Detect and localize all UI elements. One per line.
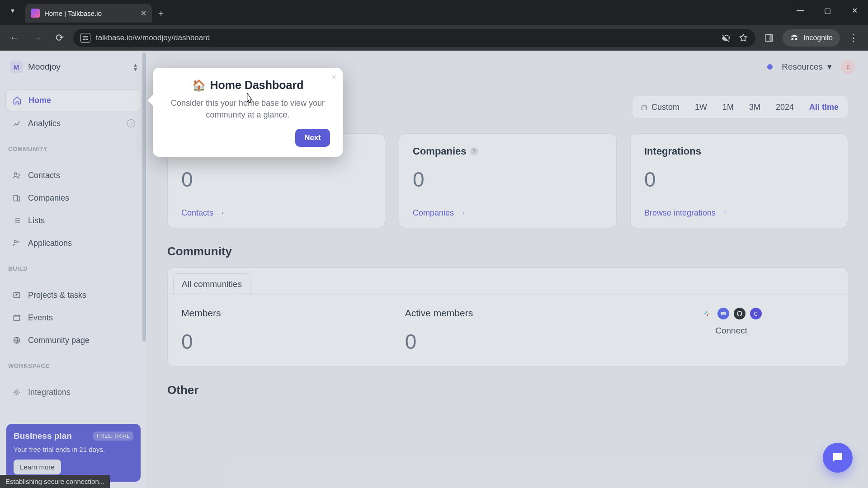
metric-members-label: Members [181,308,387,319]
sidebar-item-home[interactable]: Home [5,89,142,111]
help-icon[interactable]: ? [470,147,478,155]
trial-subtitle: Your free trial ends in 21 days. [14,446,133,453]
workspace-switcher[interactable]: M Moodjoy ▴▾ [5,57,142,77]
svg-rect-10 [642,106,647,110]
connect-button[interactable]: Connect [715,326,747,336]
sidebar-item-label: Companies [28,193,69,203]
sidebar-section-community: COMMUNITY [8,145,139,152]
sidebar: M Moodjoy ▴▾ Home Analytics i COMMUNITY [0,51,147,488]
sidebar-item-label: Community page [28,336,90,345]
svg-rect-13 [708,314,710,314]
chat-fab-button[interactable] [823,443,853,473]
browser-status-text: Establishing secure connection... [0,475,110,488]
metric-members-value: 0 [181,329,387,354]
nav-forward-button[interactable]: → [28,29,46,47]
new-tab-button[interactable]: ＋ [152,4,170,23]
sidebar-item-label: Contacts [28,171,60,180]
stat-link-label: Browse integrations [644,208,716,218]
filter-custom[interactable]: Custom [634,98,687,117]
nav-back-button[interactable]: ← [5,29,24,47]
stat-value: 0 [644,167,834,192]
bookmark-star-icon[interactable] [738,33,748,43]
sidebar-item-projects[interactable]: Projects & tasks [5,285,142,305]
svg-rect-1 [769,35,773,42]
trial-learn-more-button[interactable]: Learn more [14,460,61,474]
sidebar-item-analytics[interactable]: Analytics i [5,113,142,134]
slack-icon [701,308,713,319]
svg-rect-12 [706,311,707,313]
sidebar-item-applications[interactable]: Applications [5,233,142,253]
sidebar-item-label: Analytics [28,119,61,128]
stat-link-integrations[interactable]: Browse integrations→ [644,200,834,218]
workspace-name: Moodjoy [28,62,61,72]
workspace-avatar: M [10,61,23,73]
side-panel-icon[interactable] [760,29,778,47]
user-avatar[interactable]: c [841,60,855,74]
filter-1w[interactable]: 1W [688,98,714,117]
info-icon: i [127,119,135,127]
filter-1m[interactable]: 1M [715,98,741,117]
chevron-down-icon: ▾ [827,61,832,72]
community-card: All communities Members 0 Active members… [167,267,848,367]
url-text: talkbase.io/w/moodjoy/dashboard [96,33,210,42]
svg-rect-3 [14,195,17,201]
incognito-indicator[interactable]: Incognito [783,29,840,47]
sidebar-item-label: Lists [28,216,45,225]
sidebar-item-integrations[interactable]: Integrations [5,382,142,403]
window-close-icon[interactable]: ✕ [841,0,868,21]
tab-all-communities[interactable]: All communities [173,273,250,295]
coachmark-close-button[interactable]: × [331,72,336,82]
browser-tab[interactable]: Home | Talkbase.io ✕ [25,4,152,23]
metric-active-value: 0 [405,329,611,354]
sidebar-item-events[interactable]: Events [5,307,142,328]
sidebar-item-lists[interactable]: Lists [5,210,142,231]
tab-favicon [31,9,40,18]
site-settings-icon[interactable] [80,33,90,43]
stat-title: Companies [413,145,467,157]
filter-2024[interactable]: 2024 [769,98,801,117]
integration-icons: c [701,308,762,319]
svg-rect-14 [707,314,708,317]
sidebar-section-workspace: WORKSPACE [8,362,139,369]
app-viewport: M Moodjoy ▴▾ Home Analytics i COMMUNITY [0,51,868,488]
github-icon [734,308,745,319]
resources-label: Resources [782,62,823,72]
companies-icon [12,193,22,203]
section-other-title: Other [167,383,848,397]
sidebar-item-contacts[interactable]: Contacts [5,165,142,186]
stat-link-companies[interactable]: Companies→ [413,200,603,218]
projects-icon [12,290,22,300]
window-controls: — ▢ ✕ [787,0,868,21]
stat-value: 0 [181,167,371,192]
window-minimize-icon[interactable]: — [787,0,814,21]
browser-menu-icon[interactable]: ⋮ [844,29,863,47]
arrow-right-icon: → [458,208,466,218]
sidebar-scrollbar[interactable] [142,52,146,487]
incognito-label: Incognito [803,34,833,42]
house-emoji-icon: 🏠 [192,79,206,92]
arrow-right-icon: → [719,208,727,218]
address-bar[interactable]: talkbase.io/w/moodjoy/dashboard [73,29,755,47]
onboarding-coachmark: × 🏠 Home Dashboard Consider this your ho… [153,68,343,157]
coachmark-next-button[interactable]: Next [295,129,330,147]
svg-rect-11 [704,313,707,314]
scrollbar-thumb[interactable] [142,52,146,342]
calendar-icon [641,104,648,111]
svg-rect-4 [18,197,20,201]
contacts-icon [12,170,22,180]
discord-icon [717,308,729,319]
nav-reload-button[interactable]: ⟳ [51,29,69,47]
tab-close-icon[interactable]: ✕ [141,9,146,18]
coachmark-body: Consider this your home base to view you… [165,97,330,121]
resources-menu[interactable]: Resources ▾ [782,61,832,72]
filter-3m[interactable]: 3M [742,98,768,117]
stat-link-contacts[interactable]: Contacts→ [181,200,371,218]
tab-search-dropdown[interactable]: ▾ [0,0,25,21]
sidebar-item-community-page[interactable]: Community page [5,330,142,351]
window-maximize-icon[interactable]: ▢ [814,0,841,21]
svg-rect-7 [14,315,19,321]
stat-link-label: Companies [413,208,454,218]
sidebar-item-companies[interactable]: Companies [5,188,142,208]
tracking-off-icon[interactable] [721,33,731,43]
filter-all-time[interactable]: All time [802,98,846,117]
